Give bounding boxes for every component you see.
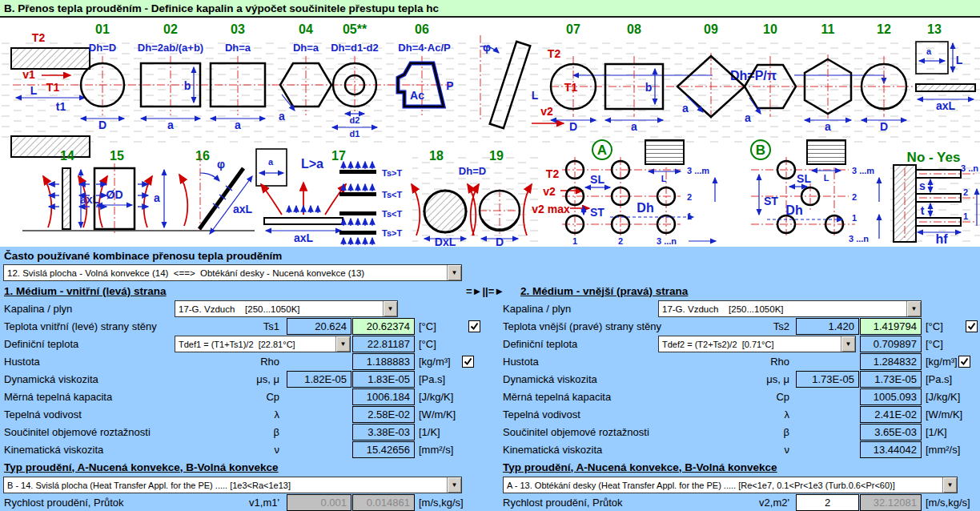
svg-text:a: a [268, 157, 274, 167]
tube-bank-staggered: B SL ST L 3 ...m 2 1 Dh 3 ...n [751, 140, 879, 243]
dropdown-arrow-icon[interactable]: ▼ [383, 301, 397, 316]
svg-text:P: P [446, 79, 453, 92]
form-area: Často používané kombinace přenosu tepla … [0, 247, 980, 511]
symbol-lambda-right: λ [705, 406, 794, 423]
svg-text:a: a [235, 119, 241, 131]
symbol-rho-left: Rho [192, 353, 284, 370]
label-fluid-right: Kapalina / plyn [503, 300, 571, 317]
flow-type-select-right[interactable]: A - 13. Obtékání desky (Heat Transfer Ap… [503, 477, 958, 493]
combo-value: 17-G. Vzduch [250...1050K] [175, 301, 383, 316]
symbol-velocity-right: v2,m2' [705, 494, 794, 511]
svg-text:s: s [919, 179, 926, 192]
svg-text:19: 19 [489, 149, 504, 163]
svg-text:hf: hf [935, 232, 948, 246]
svg-text:D: D [496, 235, 504, 247]
dropdown-arrow-icon[interactable]: ▼ [841, 336, 855, 352]
svg-text:T1: T1 [564, 81, 578, 94]
svg-text:L: L [532, 89, 539, 102]
svg-text:axL: axL [294, 231, 314, 244]
svg-text:Ts<T: Ts<T [382, 190, 402, 199]
svg-text:L: L [956, 54, 963, 66]
ts1-input[interactable]: 20.624 [287, 318, 351, 335]
checkbox-rho2[interactable] [958, 356, 970, 368]
svg-text:D: D [569, 120, 577, 133]
dropdown-arrow-icon[interactable]: ▼ [942, 477, 957, 493]
dim-label: t1 [56, 100, 66, 113]
svg-text:ST: ST [590, 206, 604, 219]
dropdown-arrow-icon[interactable]: ▼ [447, 477, 461, 493]
unit-lambda1: [W/m/K] [419, 406, 456, 423]
svg-text:a: a [167, 119, 174, 131]
shape-15-vertical-cylinder: 15 ØD a [78, 149, 164, 234]
ts2-input[interactable]: 1.420 [796, 318, 859, 335]
svg-text:a: a [926, 46, 932, 56]
common-combos-header: Často používané kombinace přenosu tepla … [4, 247, 282, 264]
symbol-rho-right: Rho [705, 353, 794, 370]
combo-value: A - 13. Obtékání desky (Heat Transfer Ap… [504, 477, 942, 493]
svg-text:2: 2 [618, 236, 623, 246]
label-rho-left: Hustota [4, 353, 40, 370]
unit-rho2: [kg/m³] [926, 353, 958, 370]
svg-text:2: 2 [687, 192, 692, 202]
flow-type-select-left[interactable]: B - 14. Svislá plocha (Heat Transfer App… [3, 477, 462, 493]
svg-text:07: 07 [566, 22, 580, 36]
dropdown-arrow-icon[interactable]: ▼ [335, 336, 350, 352]
svg-text:SL: SL [797, 172, 811, 185]
label-mu-right: Dynamická viskozita [503, 371, 597, 388]
svg-text:13: 13 [927, 22, 942, 36]
combo-value: B - 14. Svislá plocha (Heat Transfer App… [4, 477, 447, 493]
label-velocity-right: Rychlost proudění, Průtok [503, 494, 623, 511]
svg-text:1: 1 [852, 213, 857, 223]
svg-text:1: 1 [572, 236, 577, 246]
label-rho-right: Hustota [503, 353, 539, 370]
label-beta-right: Součinitel objemové roztažnosti [503, 424, 649, 441]
svg-text:01: 01 [95, 22, 110, 36]
unit-velocity1: [m/s,kg/s] [419, 494, 464, 511]
unit-beta1: [1/K] [419, 424, 440, 441]
svg-text:v2 max: v2 max [532, 203, 570, 215]
label-tdef-right: Definiční teplota [503, 336, 577, 352]
lambda2-value: 2.41E-02 [860, 406, 922, 423]
checkbox-ts1[interactable] [468, 320, 480, 332]
label-lambda-right: Tepelná vodivost [503, 406, 580, 423]
fluid-select-right[interactable]: 17-G. Vzduch [250...1050K] ▼ [658, 300, 922, 317]
label-cp-left: Měrná tepelná kapacita [4, 388, 112, 405]
svg-text:Dh=D: Dh=D [459, 165, 486, 177]
fluid-select-left[interactable]: 17-G. Vzduch [250...1050K] ▼ [175, 300, 398, 317]
nu1-value: 15.42656 [352, 441, 415, 458]
tdef-select-left[interactable]: Tdef1 = (T1+Ts1)/2 [22.81°C] ▼ [175, 336, 351, 352]
label-ts2: Teplota vnější (pravé) strany stěny [503, 318, 661, 335]
symbol-cp-left: Cp [192, 388, 284, 405]
unit-tdef2: [°C] [926, 336, 943, 352]
dropdown-arrow-icon[interactable]: ▼ [447, 265, 461, 280]
dropdown-arrow-icon[interactable]: ▼ [906, 301, 921, 316]
svg-text:B: B [756, 143, 765, 158]
combo-value: Tdef1 = (T1+Ts1)/2 [22.81°C] [175, 336, 335, 352]
mu1-input[interactable]: 1.82E-05 [287, 371, 351, 388]
mu1-value: 1.83E-05 [352, 371, 415, 388]
svg-text:3 ..n: 3 ..n [961, 163, 978, 173]
tdef2-value: 0.709897 [860, 336, 922, 352]
svg-text:L>a: L>a [301, 157, 323, 171]
beta2-value: 3.65E-03 [860, 424, 922, 441]
common-combos-select[interactable]: 12. Svislá plocha - Volná konvekce (14) … [3, 264, 462, 281]
label-nu-right: Kinematická viskozita [503, 441, 602, 458]
svg-text:3 ...m: 3 ...m [852, 166, 874, 175]
unit-tdef1: [°C] [419, 336, 436, 352]
svg-text:Dh=4·Ac/P: Dh=4·Ac/P [398, 42, 451, 54]
velocity2-input[interactable]: 2 [796, 494, 859, 511]
mu2-input[interactable]: 1.73E-05 [796, 371, 859, 388]
svg-text:b: b [645, 81, 653, 94]
cp2-value: 1005.093 [860, 388, 922, 405]
checkbox-rho1[interactable] [462, 356, 474, 368]
svg-text:Dh: Dh [785, 203, 802, 217]
beta1-value: 3.38E-03 [352, 424, 415, 441]
unit-rho1: [kg/m³] [419, 353, 451, 370]
tdef-select-right[interactable]: Tdef2 = (T2+Ts2)/2 [0.71°C] ▼ [658, 336, 856, 352]
checkbox-ts2[interactable] [966, 320, 978, 332]
svg-text:Ts>T: Ts>T [382, 168, 402, 178]
svg-text:2: 2 [852, 192, 857, 202]
shape-16-inclined-plate: 16 φ axL [179, 149, 253, 234]
svg-text:18: 18 [429, 149, 444, 163]
label-mu-left: Dynamická viskozita [4, 371, 98, 388]
